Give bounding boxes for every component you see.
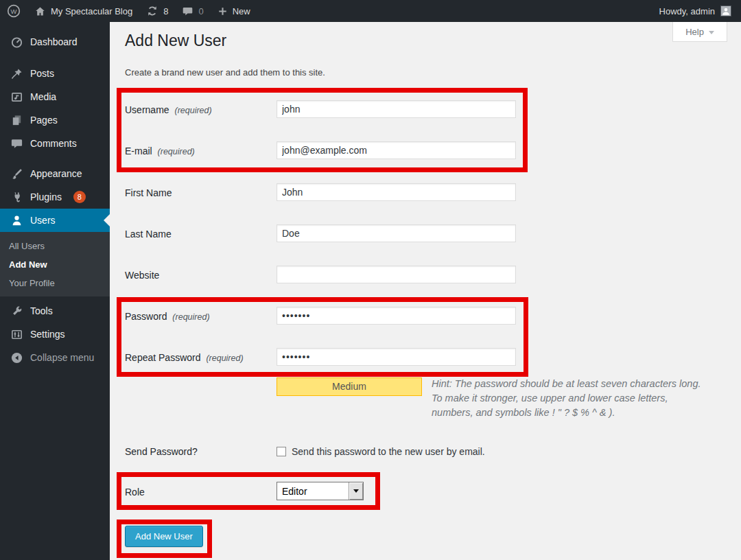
sidebar: Dashboard Posts Media Pages Comments App… bbox=[0, 22, 110, 560]
required-hint: (required) bbox=[206, 353, 243, 363]
comments-link[interactable]: 0 bbox=[175, 0, 210, 22]
admin-bar: W My Spectacular Blog 8 0 New bbox=[0, 0, 741, 22]
home-icon bbox=[34, 5, 46, 17]
password-label-text: Password bbox=[125, 311, 167, 322]
username-input[interactable] bbox=[277, 100, 516, 118]
appearance-icon bbox=[10, 167, 23, 180]
sidebar-item-plugins[interactable]: Plugins 8 bbox=[0, 185, 110, 209]
sidebar-item-comments[interactable]: Comments bbox=[0, 132, 110, 155]
role-selected-value: Editor bbox=[277, 482, 349, 500]
wordpress-logo-icon: W bbox=[7, 4, 21, 18]
send-password-label: Send Password? bbox=[125, 446, 198, 457]
sidebar-item-appearance[interactable]: Appearance bbox=[0, 162, 110, 185]
email-label: E-mail (required) bbox=[125, 145, 195, 156]
sidebar-item-posts[interactable]: Posts bbox=[0, 62, 110, 85]
repeat-password-label: Repeat Password (required) bbox=[125, 352, 244, 363]
new-label: New bbox=[233, 6, 250, 16]
password-hint-block: Medium Hint: The password should be at l… bbox=[277, 377, 711, 420]
sidebar-item-label: Comments bbox=[30, 138, 77, 149]
password-input[interactable] bbox=[277, 307, 516, 325]
plus-icon bbox=[217, 6, 228, 16]
sidebar-item-pages[interactable]: Pages bbox=[0, 108, 110, 132]
posts-icon bbox=[10, 67, 23, 80]
sidebar-item-settings[interactable]: Settings bbox=[0, 323, 110, 346]
media-icon bbox=[10, 90, 23, 104]
last-name-input[interactable] bbox=[277, 224, 516, 242]
page-subtitle: Create a brand new user and add them to … bbox=[125, 67, 325, 78]
repeat-password-label-text: Repeat Password bbox=[125, 352, 201, 363]
current-menu-arrow bbox=[104, 214, 110, 226]
sidebar-item-media[interactable]: Media bbox=[0, 85, 110, 108]
role-label: Role bbox=[125, 487, 145, 498]
sidebar-item-label: Tools bbox=[30, 305, 53, 316]
help-tab-button[interactable]: Help bbox=[672, 22, 727, 42]
site-name-link[interactable]: My Spectacular Blog bbox=[27, 0, 139, 22]
plugins-update-badge: 8 bbox=[73, 191, 86, 203]
sidebar-item-label: Dashboard bbox=[30, 36, 78, 47]
updates-count: 8 bbox=[163, 6, 168, 16]
settings-icon bbox=[10, 327, 23, 341]
required-hint: (required) bbox=[172, 312, 209, 322]
required-hint: (required) bbox=[174, 106, 211, 115]
website-input[interactable] bbox=[277, 266, 516, 283]
comments-icon bbox=[10, 137, 23, 150]
collapse-menu-label: Collapse menu bbox=[30, 352, 94, 363]
sidebar-item-label: Media bbox=[30, 91, 56, 102]
dashboard-icon bbox=[10, 35, 23, 49]
sidebar-item-label: Pages bbox=[30, 115, 58, 126]
users-submenu: All Users Add New Your Profile bbox=[0, 232, 110, 296]
select-arrow-icon bbox=[353, 489, 359, 493]
send-password-checkbox-text: Send this password to the new user by em… bbox=[292, 446, 485, 457]
submenu-item-all-users[interactable]: All Users bbox=[0, 237, 110, 255]
username-label-text: Username bbox=[125, 104, 169, 115]
add-new-user-button[interactable]: Add New User bbox=[125, 526, 203, 547]
first-name-input[interactable] bbox=[277, 183, 516, 201]
svg-text:W: W bbox=[11, 8, 17, 15]
email-label-text: E-mail bbox=[125, 145, 152, 156]
comments-count: 0 bbox=[198, 6, 203, 16]
plugins-icon bbox=[10, 190, 23, 204]
sidebar-item-label: Appearance bbox=[30, 168, 82, 179]
comments-bubble-icon bbox=[182, 5, 193, 17]
repeat-password-input[interactable] bbox=[277, 348, 516, 366]
required-hint: (required) bbox=[158, 147, 195, 156]
new-content-link[interactable]: New bbox=[211, 0, 257, 22]
users-icon bbox=[10, 213, 23, 227]
username-label: Username (required) bbox=[125, 104, 212, 115]
send-password-checkbox[interactable] bbox=[277, 447, 286, 456]
chevron-down-icon bbox=[709, 31, 714, 34]
updates-icon bbox=[146, 5, 158, 17]
website-label: Website bbox=[125, 270, 159, 281]
site-name: My Spectacular Blog bbox=[51, 6, 132, 16]
admin-bar-left: W My Spectacular Blog 8 0 New bbox=[0, 0, 257, 22]
sidebar-item-label: Posts bbox=[30, 68, 54, 79]
howdy-text: Howdy, admin bbox=[659, 6, 715, 16]
collapse-menu-button[interactable]: Collapse menu bbox=[0, 346, 110, 369]
avatar bbox=[720, 5, 731, 16]
submenu-item-your-profile[interactable]: Your Profile bbox=[0, 274, 110, 292]
password-strength-indicator: Medium bbox=[277, 377, 422, 396]
pages-icon bbox=[10, 113, 23, 127]
password-hint-text: Hint: The password should be at least se… bbox=[432, 378, 701, 418]
wordpress-menu[interactable]: W bbox=[0, 0, 27, 22]
email-input[interactable] bbox=[277, 141, 516, 159]
last-name-label: Last Name bbox=[125, 229, 172, 240]
help-label: Help bbox=[685, 27, 704, 37]
password-label: Password (required) bbox=[125, 311, 210, 322]
page-title: Add New User bbox=[125, 32, 226, 50]
sidebar-item-label: Users bbox=[30, 215, 56, 226]
submenu-item-add-new[interactable]: Add New bbox=[0, 255, 110, 274]
sidebar-item-tools[interactable]: Tools bbox=[0, 299, 110, 323]
role-select[interactable]: Editor bbox=[277, 482, 364, 500]
first-name-label: First Name bbox=[125, 187, 172, 198]
account-menu[interactable]: Howdy, admin bbox=[659, 0, 741, 22]
updates-link[interactable]: 8 bbox=[139, 0, 175, 22]
sidebar-item-users[interactable]: Users bbox=[0, 209, 110, 232]
sidebar-item-dashboard[interactable]: Dashboard bbox=[0, 30, 110, 54]
sidebar-item-label: Plugins bbox=[30, 191, 62, 202]
select-arrow-button bbox=[349, 482, 363, 500]
tools-icon bbox=[10, 304, 23, 318]
sidebar-item-label: Settings bbox=[30, 329, 65, 340]
collapse-icon bbox=[10, 351, 23, 364]
